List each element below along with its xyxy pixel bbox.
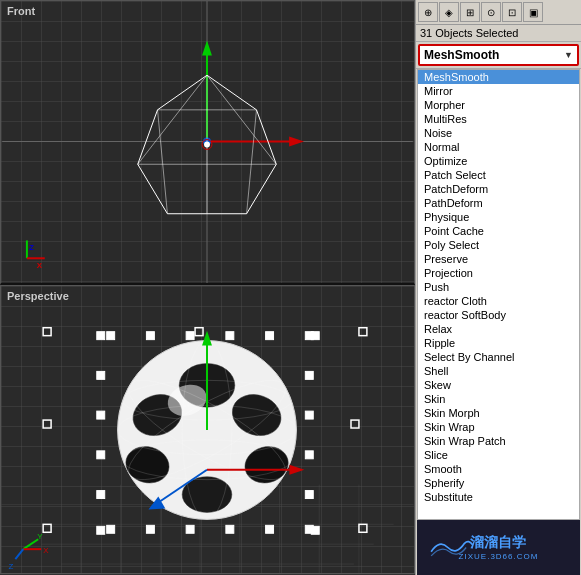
modifier-item[interactable]: Physique — [418, 210, 579, 224]
svg-line-11 — [247, 110, 257, 214]
svg-text:Z: Z — [8, 562, 13, 571]
svg-point-15 — [204, 142, 210, 148]
modifier-item[interactable]: MeshSmooth — [418, 70, 579, 84]
svg-rect-88 — [311, 332, 319, 340]
svg-rect-80 — [305, 491, 313, 499]
modifier-item[interactable]: Push — [418, 280, 579, 294]
viewport-front[interactable]: Front — [0, 0, 415, 285]
modifier-item[interactable]: Ripple — [418, 336, 579, 350]
objects-selected-text: 31 Objects Selected — [420, 27, 518, 39]
svg-rect-34 — [359, 328, 367, 336]
modifier-item[interactable]: PatchDeform — [418, 182, 579, 196]
modifier-item[interactable]: Preserve — [418, 252, 579, 266]
modifier-item[interactable]: Optimize — [418, 154, 579, 168]
svg-rect-89 — [97, 526, 105, 534]
svg-rect-74 — [97, 411, 105, 419]
svg-rect-82 — [146, 525, 154, 533]
svg-line-61 — [23, 539, 38, 549]
viewport-perspective[interactable]: Perspective — [0, 285, 415, 574]
svg-rect-81 — [107, 525, 115, 533]
modifier-item[interactable]: Projection — [418, 266, 579, 280]
svg-rect-78 — [305, 411, 313, 419]
logo-area: 溜溜自学 ZIXUE.3D66.COM — [417, 520, 580, 575]
svg-rect-37 — [195, 328, 203, 336]
svg-rect-35 — [43, 524, 51, 532]
svg-text:Y: Y — [37, 532, 43, 541]
modifier-dropdown-container: MeshSmooth ▼ — [416, 42, 581, 69]
dropdown-arrow-icon: ▼ — [564, 50, 573, 60]
modifier-item[interactable]: Spherify — [418, 476, 579, 490]
toolbar: ⊕ ◈ ⊞ ⊙ ⊡ ▣ — [416, 0, 581, 25]
perspective-label: Perspective — [7, 290, 69, 302]
modifier-item[interactable]: Patch Select — [418, 168, 579, 182]
left-panel: Front — [0, 0, 415, 575]
tool-icon-6[interactable]: ▣ — [523, 2, 543, 22]
svg-rect-79 — [305, 451, 313, 459]
tool-icon-1[interactable]: ⊕ — [418, 2, 438, 22]
perspective-svg: Z X Y — [1, 286, 414, 573]
modifier-item[interactable]: Skew — [418, 378, 579, 392]
right-panel: ⊕ ◈ ⊞ ⊙ ⊡ ▣ 31 Objects Selected MeshSmoo… — [415, 0, 581, 575]
modifier-item[interactable]: Noise — [418, 126, 579, 140]
svg-rect-38 — [43, 420, 51, 428]
svg-marker-5 — [289, 137, 304, 147]
svg-rect-77 — [305, 371, 313, 379]
front-svg: Z X — [1, 1, 414, 283]
modifier-list[interactable]: MeshSmoothMirrorMorpherMultiResNoiseNorm… — [417, 69, 580, 520]
svg-line-14 — [138, 75, 207, 164]
modifier-item[interactable]: PathDeform — [418, 196, 579, 210]
tool-icon-4[interactable]: ⊙ — [481, 2, 501, 22]
modifier-item[interactable]: reactor SoftBody — [418, 308, 579, 322]
svg-rect-73 — [97, 371, 105, 379]
svg-text:X: X — [43, 546, 49, 555]
tool-icon-5[interactable]: ⊡ — [502, 2, 522, 22]
svg-line-63 — [15, 549, 23, 559]
tool-icon-2[interactable]: ◈ — [439, 2, 459, 22]
modifier-item[interactable]: Smooth — [418, 462, 579, 476]
modifier-item[interactable]: Select By Channel — [418, 350, 579, 364]
tool-icon-3[interactable]: ⊞ — [460, 2, 480, 22]
modifier-item[interactable]: Mirror — [418, 84, 579, 98]
svg-rect-87 — [97, 332, 105, 340]
svg-rect-90 — [311, 526, 319, 534]
modifier-item[interactable]: Normal — [418, 140, 579, 154]
dropdown-value: MeshSmooth — [424, 48, 499, 62]
svg-rect-75 — [97, 451, 105, 459]
modifier-item[interactable]: Shell — [418, 364, 579, 378]
modifier-item[interactable]: reactor Cloth — [418, 294, 579, 308]
svg-rect-71 — [266, 332, 274, 340]
modifier-item[interactable]: Poly Select — [418, 238, 579, 252]
svg-line-12 — [158, 110, 168, 214]
modifier-item[interactable]: MultiRes — [418, 112, 579, 126]
modifier-item[interactable]: Slice — [418, 448, 579, 462]
svg-marker-3 — [202, 41, 212, 56]
svg-line-13 — [207, 75, 276, 164]
modifier-item[interactable]: Skin — [418, 392, 579, 406]
modifier-dropdown[interactable]: MeshSmooth ▼ — [418, 44, 579, 66]
svg-rect-39 — [351, 420, 359, 428]
modifier-item[interactable]: Skin Wrap — [418, 420, 579, 434]
modifier-item[interactable]: Point Cache — [418, 224, 579, 238]
svg-text:Z: Z — [29, 243, 34, 252]
modifier-item[interactable]: Skin Wrap Patch — [418, 434, 579, 448]
svg-rect-33 — [43, 328, 51, 336]
logo-wave-icon — [427, 535, 477, 560]
svg-rect-36 — [359, 524, 367, 532]
modifier-item[interactable]: Relax — [418, 322, 579, 336]
front-label: Front — [7, 5, 35, 17]
svg-rect-85 — [266, 525, 274, 533]
svg-text:X: X — [37, 261, 43, 270]
svg-rect-70 — [226, 332, 234, 340]
svg-rect-76 — [97, 491, 105, 499]
objects-selected-bar: 31 Objects Selected — [416, 25, 581, 42]
svg-rect-69 — [186, 332, 194, 340]
svg-rect-83 — [186, 525, 194, 533]
svg-marker-58 — [289, 465, 304, 475]
modifier-item[interactable]: Substitute — [418, 490, 579, 504]
svg-rect-68 — [146, 332, 154, 340]
modifier-item[interactable]: Skin Morph — [418, 406, 579, 420]
svg-rect-67 — [107, 332, 115, 340]
svg-rect-84 — [226, 525, 234, 533]
logo-main-text: 溜溜自学 — [470, 534, 526, 552]
modifier-item[interactable]: Morpher — [418, 98, 579, 112]
